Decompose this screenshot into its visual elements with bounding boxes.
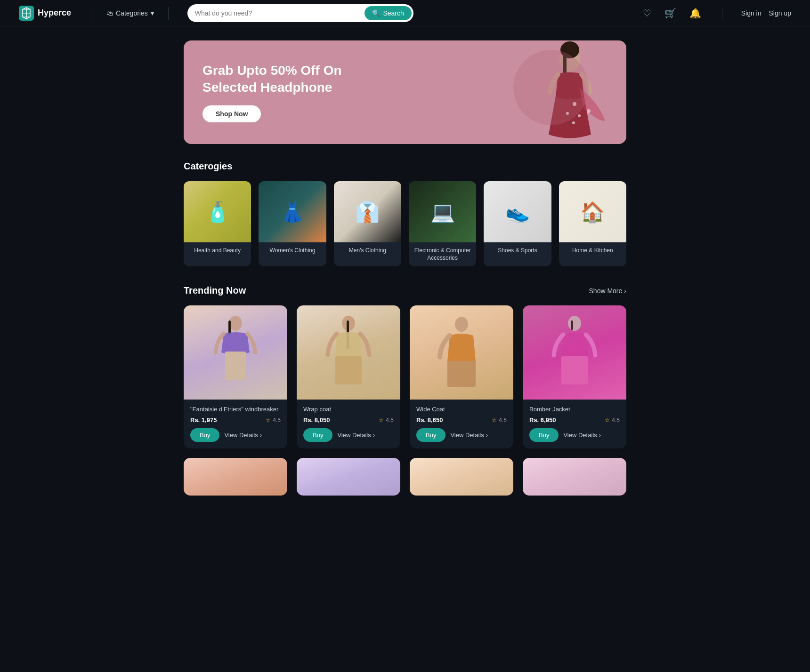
- product-name-1: "Fantaisie d'Etriers" windbreaker: [190, 405, 281, 414]
- category-image-mens: 👔: [334, 181, 401, 242]
- arrow-right-icon-2: ›: [373, 432, 375, 439]
- category-image-womens: 👗: [259, 181, 326, 242]
- svg-rect-15: [228, 320, 231, 335]
- shop-now-button[interactable]: Shop Now: [202, 105, 261, 122]
- product-card-7[interactable]: [410, 458, 513, 496]
- category-image-home: 🏠: [559, 181, 626, 242]
- show-more-button[interactable]: Show More ›: [589, 287, 626, 295]
- product-actions-2: Buy View Details ›: [303, 428, 394, 442]
- product-info-1: "Fantaisie d'Etriers" windbreaker Rs. 1,…: [184, 400, 287, 448]
- product-info-3: Wide Coat Rs. 8,650 ☆ 4.5 Buy View Detai…: [410, 400, 513, 448]
- arrow-right-icon-4: ›: [599, 432, 601, 439]
- svg-rect-16: [225, 352, 246, 380]
- star-icon-4: ☆: [605, 417, 610, 424]
- arrow-right-icon-3: ›: [486, 432, 488, 439]
- trending-header: Trending Now Show More ›: [184, 285, 626, 296]
- svg-rect-21: [447, 361, 476, 387]
- category-card-mens[interactable]: 👔 Men's Clothing: [334, 181, 401, 266]
- product-bottom-3: Rs. 8,650 ☆ 4.5: [416, 416, 507, 424]
- notifications-button[interactable]: 🔔: [688, 6, 703, 21]
- svg-point-20: [455, 317, 468, 332]
- product-actions-1: Buy View Details ›: [190, 428, 281, 442]
- search-input[interactable]: [195, 9, 365, 17]
- product-card-6[interactable]: [297, 458, 400, 496]
- category-card-womens[interactable]: 👗 Women's Clothing: [259, 181, 326, 266]
- product-card-1[interactable]: "Fantaisie d'Etriers" windbreaker Rs. 1,…: [184, 305, 287, 448]
- category-label-health: Health and Beauty: [184, 242, 251, 259]
- product-image-4: [523, 305, 626, 400]
- wishlist-button[interactable]: ♡: [641, 6, 653, 21]
- buy-button-4[interactable]: Buy: [529, 428, 559, 442]
- category-card-health[interactable]: 🧴 Health and Beauty: [184, 181, 251, 266]
- hero-decorative-circle: [513, 50, 589, 125]
- star-icon-1: ☆: [266, 417, 271, 424]
- svg-point-14: [229, 316, 242, 331]
- svg-point-12: [587, 109, 591, 113]
- product-card-5[interactable]: [184, 458, 287, 496]
- product-image-5: [184, 458, 287, 496]
- category-label-home: Home & Kitchen: [559, 242, 626, 259]
- category-image-shoes: 👟: [484, 181, 551, 242]
- product-image-7: [410, 458, 513, 496]
- view-details-button-4[interactable]: View Details ›: [563, 432, 601, 439]
- svg-rect-24: [561, 356, 588, 384]
- buy-button-1[interactable]: Buy: [190, 428, 219, 442]
- category-image-health: 🧴: [184, 181, 251, 242]
- buy-button-2[interactable]: Buy: [303, 428, 332, 442]
- category-image-electronics: 💻: [409, 181, 476, 242]
- chevron-right-icon: ›: [624, 287, 626, 295]
- product-image-8: [523, 458, 626, 496]
- svg-point-11: [578, 114, 581, 117]
- product-price-3: Rs. 8,650: [416, 416, 443, 424]
- hero-title: Grab Upto 50% Off On Selected Headphone: [202, 62, 363, 96]
- category-label-electronics: Electronic & Computer Accessories: [409, 242, 476, 266]
- category-card-shoes[interactable]: 👟 Shoes & Sports: [484, 181, 551, 266]
- buy-button-3[interactable]: Buy: [416, 428, 446, 442]
- hero-banner: Grab Upto 50% Off On Selected Headphone …: [184, 40, 626, 144]
- svg-point-13: [572, 121, 575, 124]
- search-button[interactable]: 🔍 Search: [364, 6, 411, 20]
- view-details-button-2[interactable]: View Details ›: [337, 432, 375, 439]
- category-label-shoes: Shoes & Sports: [484, 242, 551, 259]
- trending-title: Trending Now: [184, 285, 246, 296]
- product-price-1: Rs. 1,975: [190, 416, 217, 424]
- product-name-2: Wrap coat: [303, 405, 394, 414]
- star-icon-2: ☆: [379, 417, 384, 424]
- product-actions-3: Buy View Details ›: [416, 428, 507, 442]
- product-actions-4: Buy View Details ›: [529, 428, 620, 442]
- product-info-2: Wrap coat Rs. 8,050 ☆ 4.5 Buy View Detai…: [297, 400, 400, 448]
- star-icon-3: ☆: [492, 417, 497, 424]
- product-card-8[interactable]: [523, 458, 626, 496]
- product-name-4: Bomber Jacket: [529, 405, 620, 414]
- arrow-right-icon-1: ›: [260, 432, 262, 439]
- product-image-1: [184, 305, 287, 400]
- cart-button[interactable]: 🛒: [663, 6, 678, 21]
- category-card-home[interactable]: 🏠 Home & Kitchen: [559, 181, 626, 266]
- product-bottom-2: Rs. 8,050 ☆ 4.5: [303, 416, 394, 424]
- signup-link[interactable]: Sign up: [769, 9, 791, 17]
- nav-auth: Sign in Sign up: [741, 9, 791, 17]
- category-label-mens: Men's Clothing: [334, 242, 401, 259]
- product-card-2[interactable]: Wrap coat Rs. 8,050 ☆ 4.5 Buy View Detai…: [297, 305, 400, 448]
- logo[interactable]: Hyperce: [19, 6, 71, 21]
- product-rating-4: ☆ 4.5: [605, 417, 620, 424]
- categories-title: Caterogies: [184, 161, 626, 172]
- product-card-4[interactable]: Bomber Jacket Rs. 6,950 ☆ 4.5 Buy View D…: [523, 305, 626, 448]
- nav-divider-2: [168, 7, 169, 20]
- category-card-electronics[interactable]: 💻 Electronic & Computer Accessories: [409, 181, 476, 266]
- trending-products-grid: "Fantaisie d'Etriers" windbreaker Rs. 1,…: [184, 305, 626, 448]
- product-bottom-4: Rs. 6,950 ☆ 4.5: [529, 416, 620, 424]
- svg-rect-23: [571, 320, 573, 330]
- products-grid-row2: [184, 458, 626, 496]
- nav-divider-3: [722, 7, 722, 20]
- search-icon: 🔍: [372, 9, 380, 17]
- signin-link[interactable]: Sign in: [741, 9, 761, 17]
- view-details-button-1[interactable]: View Details ›: [224, 432, 262, 439]
- nav-icons: ♡ 🛒 🔔 Sign in Sign up: [641, 6, 791, 21]
- product-card-3[interactable]: Wide Coat Rs. 8,650 ☆ 4.5 Buy View Detai…: [410, 305, 513, 448]
- product-name-3: Wide Coat: [416, 405, 507, 414]
- category-label-womens: Women's Clothing: [259, 242, 326, 259]
- view-details-button-3[interactable]: View Details ›: [450, 432, 488, 439]
- main-content: Grab Upto 50% Off On Selected Headphone …: [174, 26, 636, 533]
- categories-dropdown[interactable]: 🛍 Categories ▾: [102, 7, 159, 20]
